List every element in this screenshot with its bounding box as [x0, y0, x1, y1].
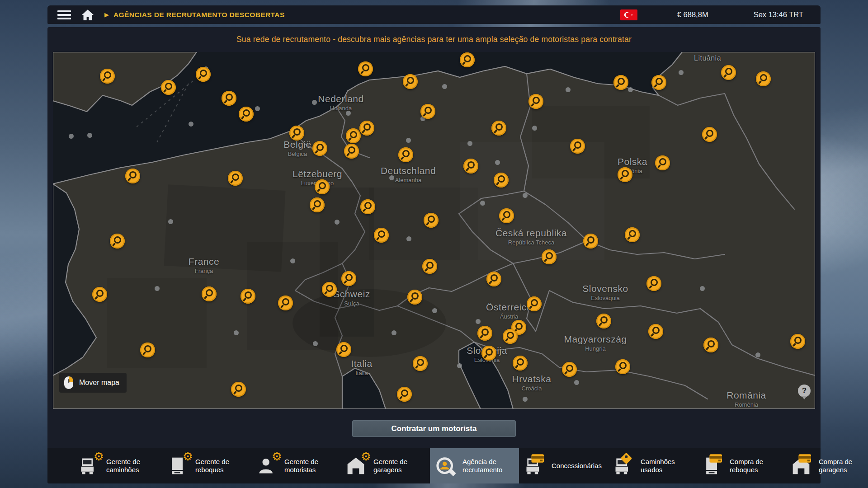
recruitment-agency-marker[interactable]: [231, 382, 246, 397]
nav-item-recruitment-magnifier[interactable]: Agência de recrutamento: [430, 448, 519, 483]
recruitment-agency-marker[interactable]: [239, 107, 254, 122]
recruitment-agency-marker[interactable]: [503, 329, 518, 344]
recruitment-agency-marker[interactable]: [513, 356, 528, 371]
city-dot: [480, 201, 485, 206]
recruitment-agency-marker[interactable]: [289, 126, 304, 141]
nav-item-truck-gear[interactable]: ⚙Gerente de caminhões: [74, 448, 163, 483]
recruitment-agency-marker[interactable]: [310, 197, 325, 212]
recruitment-agency-marker[interactable]: [278, 296, 293, 310]
recruitment-agency-marker[interactable]: [494, 173, 509, 188]
recruitment-agency-marker[interactable]: [491, 121, 506, 136]
recruitment-agency-marker[interactable]: [625, 227, 640, 242]
recruitment-agency-marker[interactable]: [222, 91, 236, 106]
recruitment-agency-marker[interactable]: [100, 69, 115, 84]
breadcrumb-arrow-icon: ▶: [104, 11, 109, 18]
nav-item-driver-gear[interactable]: ⚙Gerente de motoristas: [252, 448, 341, 483]
page-subtitle: Sua rede de recrutamento - descubra mais…: [47, 27, 821, 52]
recruitment-agency-marker[interactable]: [360, 199, 375, 214]
recruitment-agency-marker[interactable]: [527, 296, 542, 311]
recruitment-agency-marker[interactable]: [359, 121, 374, 136]
recruitment-agency-marker[interactable]: [646, 276, 661, 291]
recruitment-agency-marker[interactable]: [702, 127, 717, 142]
city-dot: [679, 70, 684, 75]
recruitment-agency-marker[interactable]: [92, 287, 107, 302]
recruitment-agency-marker[interactable]: [241, 289, 255, 304]
recruitment-agency-marker[interactable]: [358, 61, 373, 76]
recruitment-agency-marker[interactable]: [403, 74, 418, 89]
recruitment-agency-marker[interactable]: [486, 272, 501, 286]
nav-item-trailer-card[interactable]: Compra de reboques: [697, 448, 786, 483]
move-map-label: Mover mapa: [79, 379, 119, 387]
recruitment-agency-marker[interactable]: [374, 228, 389, 243]
recruitment-agency-marker[interactable]: [477, 326, 492, 341]
recruitment-agency-marker[interactable]: [615, 359, 630, 374]
recruitment-agency-marker[interactable]: [562, 362, 577, 377]
city-dot: [467, 141, 472, 146]
recruitment-agency-marker[interactable]: [202, 286, 217, 301]
recruitment-agency-marker[interactable]: [721, 65, 736, 80]
recruitment-agency-marker[interactable]: [703, 338, 718, 352]
recruitment-agency-marker[interactable]: [125, 169, 140, 183]
recruitment-agency-marker[interactable]: [528, 94, 543, 109]
recruitment-agency-marker[interactable]: [460, 52, 475, 67]
hire-driver-button[interactable]: Contratar um motorista: [352, 420, 516, 437]
driver-gear-icon: ⚙: [257, 455, 279, 477]
nav-item-garage-gear[interactable]: ⚙Gerente de garagens: [341, 448, 430, 483]
recruitment-agency-marker[interactable]: [542, 249, 557, 264]
recruitment-agency-marker[interactable]: [398, 147, 413, 162]
recruitment-agency-marker[interactable]: [463, 159, 478, 174]
recruitment-agency-marker[interactable]: [570, 139, 585, 154]
city-dot: [432, 308, 437, 313]
city-dot: [290, 258, 295, 263]
recruitment-agency-marker[interactable]: [756, 71, 771, 86]
recruitment-agency-marker[interactable]: [341, 271, 356, 286]
recruitment-agency-marker[interactable]: [110, 234, 125, 249]
nav-item-truck-card[interactable]: Concessionárias: [519, 448, 608, 483]
nav-item-garage-card[interactable]: Compra de garagens: [786, 448, 868, 483]
recruitment-agency-marker[interactable]: [583, 234, 598, 249]
city-dot: [87, 133, 92, 138]
recruitment-agency-marker[interactable]: [397, 387, 412, 402]
recruitment-agency-marker[interactable]: [596, 314, 611, 328]
recruitment-agency-marker[interactable]: [312, 141, 327, 156]
nav-item-label: Caminhões usados: [641, 458, 692, 474]
trailer-card-icon: [702, 455, 725, 477]
recruitment-agency-marker[interactable]: [315, 179, 330, 194]
recruitment-agency-marker[interactable]: [499, 208, 514, 223]
top-bar: ▶ AGÊNCIAS DE RECRUTAMENTO DESCOBERTAS €…: [47, 5, 821, 24]
recruitment-agency-marker[interactable]: [613, 75, 628, 90]
recruitment-agency-marker[interactable]: [196, 67, 211, 82]
recruitment-agency-marker[interactable]: [413, 356, 428, 371]
recruitment-agency-marker[interactable]: [228, 171, 243, 186]
recruitment-agency-marker[interactable]: [344, 144, 359, 159]
recruitment-agency-marker[interactable]: [346, 128, 361, 143]
map-canvas[interactable]: Mover mapa ? NederlandHolandaBelgiëBélgi…: [53, 52, 815, 409]
home-button[interactable]: [81, 9, 94, 21]
city-dot: [523, 193, 528, 198]
city-dot: [755, 352, 760, 357]
help-button[interactable]: ?: [798, 385, 811, 397]
recruitment-agency-marker[interactable]: [336, 342, 351, 357]
recruitment-agency-marker[interactable]: [648, 324, 663, 339]
nav-item-label: Compra de reboques: [730, 458, 781, 474]
recruitment-agency-marker[interactable]: [481, 346, 496, 361]
recruitment-agency-marker[interactable]: [420, 104, 435, 119]
city-dot: [628, 87, 633, 92]
city-dot: [566, 87, 571, 92]
nav-item-truck-tag[interactable]: Caminhões usados: [608, 448, 697, 483]
menu-icon[interactable]: [57, 10, 71, 19]
recruitment-agency-marker[interactable]: [790, 334, 805, 349]
recruitment-agency-marker[interactable]: [140, 343, 155, 357]
city-dot: [168, 219, 173, 224]
nav-item-trailer-gear[interactable]: ⚙Gerente de reboques: [163, 448, 252, 483]
recruitment-agency-marker[interactable]: [618, 167, 632, 182]
city-dot: [389, 175, 394, 180]
recruitment-agency-marker[interactable]: [655, 155, 670, 170]
recruitment-agency-marker[interactable]: [407, 290, 422, 305]
recruitment-agency-marker[interactable]: [322, 282, 337, 297]
recruitment-agency-marker[interactable]: [424, 213, 439, 228]
main-panel: Sua rede de recrutamento - descubra mais…: [47, 27, 821, 483]
recruitment-agency-marker[interactable]: [161, 80, 176, 95]
recruitment-agency-marker[interactable]: [651, 75, 666, 90]
recruitment-agency-marker[interactable]: [422, 259, 437, 274]
